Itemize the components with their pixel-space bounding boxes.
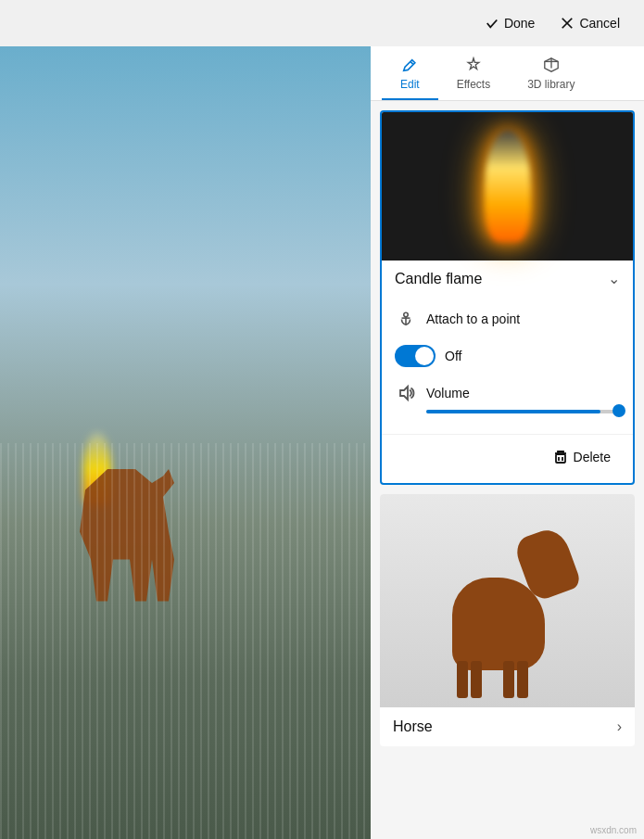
panel-content: Candle flame ⌄ Attach to a point <box>371 101 644 839</box>
canvas-background <box>0 46 371 839</box>
tab-effects[interactable]: Effects <box>438 46 509 100</box>
horse-title: Horse <box>393 718 433 735</box>
cancel-label: Cancel <box>579 16 620 31</box>
horse-preview <box>380 494 635 707</box>
effect-preview <box>382 112 633 261</box>
attach-to-point-row[interactable]: Attach to a point <box>395 300 620 337</box>
volume-slider-track[interactable] <box>426 410 620 413</box>
horse-card[interactable]: Horse › <box>380 494 635 746</box>
chevron-right-icon: › <box>617 718 622 735</box>
toolbar: Edit Effects 3D library <box>371 46 644 101</box>
trash-icon <box>553 450 568 464</box>
volume-header: Volume <box>395 382 620 404</box>
horse-leg-3 <box>503 661 514 698</box>
right-panel: Edit Effects 3D library <box>371 46 644 839</box>
anchor-icon <box>395 308 417 330</box>
svg-line-2 <box>410 61 413 64</box>
effect-card-candle: Candle flame ⌄ Attach to a point <box>380 110 635 485</box>
volume-slider-thumb[interactable] <box>612 404 625 417</box>
effect-title: Candle flame <box>395 271 482 287</box>
horse-title-row[interactable]: Horse › <box>380 707 635 746</box>
close-icon <box>561 17 574 30</box>
tab-3dlibrary[interactable]: 3D library <box>509 46 593 100</box>
flame-visual <box>485 131 531 242</box>
delete-button[interactable]: Delete <box>544 444 620 470</box>
done-button[interactable]: Done <box>476 10 544 36</box>
top-bar: Done Cancel <box>0 0 644 46</box>
cancel-button[interactable]: Cancel <box>551 10 629 36</box>
sparkle-icon <box>464 56 483 74</box>
toggle-label: Off <box>445 349 461 363</box>
chevron-down-icon: ⌄ <box>608 270 620 287</box>
horse-body-main <box>452 578 545 670</box>
effect-options: Attach to a point Off <box>382 297 633 434</box>
svg-point-5 <box>404 312 409 317</box>
svg-marker-8 <box>400 387 408 400</box>
delete-row: Delete <box>382 434 633 483</box>
toggle-knob <box>415 347 434 365</box>
horse-leg-1 <box>457 661 468 698</box>
tab-edit[interactable]: Edit <box>382 46 438 100</box>
cube-icon <box>542 56 561 74</box>
volume-icon <box>395 382 417 404</box>
tab-effects-label: Effects <box>457 78 490 91</box>
volume-label: Volume <box>426 386 470 400</box>
volume-row: Volume <box>395 375 620 421</box>
effect-title-row[interactable]: Candle flame ⌄ <box>382 261 633 297</box>
toggle-switch[interactable] <box>395 345 436 367</box>
volume-slider-container <box>395 410 620 413</box>
horse-body-shape <box>443 531 573 670</box>
canvas-area <box>0 46 371 839</box>
svg-rect-9 <box>556 454 565 463</box>
ground-birds <box>0 443 371 840</box>
attach-to-point-label: Attach to a point <box>426 311 520 326</box>
horse-leg-4 <box>517 661 528 698</box>
tab-3dlibrary-label: 3D library <box>527 78 575 91</box>
toggle-row: Off <box>395 337 620 375</box>
horse-leg-2 <box>471 661 482 698</box>
volume-slider-fill <box>426 410 600 413</box>
pencil-icon <box>400 56 419 74</box>
done-label: Done <box>504 16 535 31</box>
tab-edit-label: Edit <box>400 78 420 91</box>
delete-label: Delete <box>574 450 611 464</box>
check-icon <box>486 17 499 30</box>
